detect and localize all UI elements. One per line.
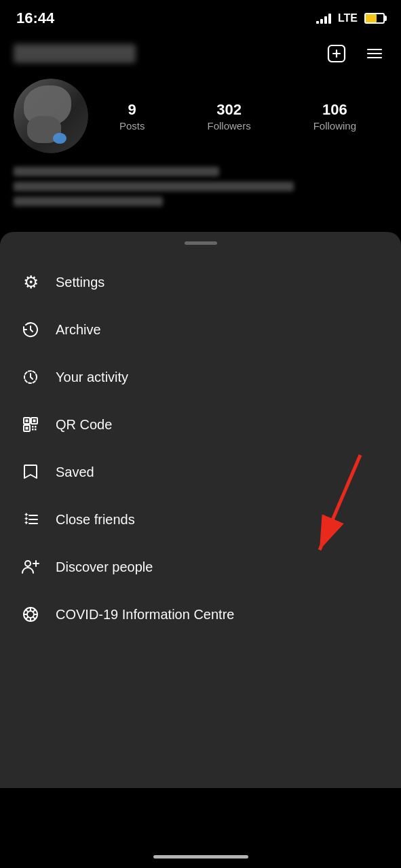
status-icons: LTE: [316, 12, 385, 24]
qr-icon: [19, 413, 42, 436]
followers-label: Followers: [207, 120, 250, 132]
menu-item-covid[interactable]: COVID-19 Information Centre: [0, 591, 401, 638]
posts-stat[interactable]: 9 Posts: [119, 101, 145, 132]
posts-count: 9: [128, 101, 136, 119]
menu-item-qr-code[interactable]: QR Code: [0, 401, 401, 448]
svg-rect-15: [32, 429, 34, 431]
add-post-button[interactable]: [324, 41, 349, 66]
bio-line-3: [14, 197, 163, 206]
sheet-handle: [185, 241, 217, 245]
stats-container: 9 Posts 302 Followers 106 Following: [88, 101, 387, 132]
hamburger-icon: [364, 43, 385, 64]
status-bar: 16:44 LTE: [0, 0, 401, 34]
svg-line-34: [26, 610, 28, 612]
bio-line-1: [14, 167, 219, 176]
svg-line-36: [33, 610, 35, 612]
svg-point-23: [25, 561, 31, 566]
discover-people-label: Discover people: [56, 559, 153, 575]
followers-count: 302: [216, 101, 242, 119]
your-activity-label: Your activity: [56, 370, 128, 385]
svg-rect-12: [26, 427, 28, 430]
home-indicator: [153, 855, 248, 859]
svg-line-37: [26, 617, 28, 619]
svg-rect-14: [35, 426, 37, 428]
followers-stat[interactable]: 302 Followers: [207, 101, 250, 132]
lte-label: LTE: [338, 12, 358, 24]
svg-rect-16: [35, 429, 37, 431]
signal-bars-icon: [316, 13, 331, 24]
bio-section: [14, 164, 387, 218]
settings-label: Settings: [56, 275, 104, 290]
archive-icon: [19, 318, 42, 341]
svg-rect-11: [33, 420, 36, 422]
menu-item-discover-people[interactable]: Discover people: [0, 543, 401, 591]
menu-item-close-friends[interactable]: ✦ ✦ ✦ Close friends: [0, 496, 401, 543]
discover-icon: [19, 555, 42, 578]
svg-line-35: [33, 617, 35, 619]
menu-item-archive[interactable]: Archive: [0, 306, 401, 353]
hamburger-menu-button[interactable]: [362, 41, 387, 66]
following-stat[interactable]: 106 Following: [313, 101, 356, 132]
battery-fill: [366, 14, 377, 22]
covid-icon: [19, 603, 42, 626]
following-label: Following: [313, 120, 356, 132]
username-blurred: [14, 44, 136, 63]
svg-rect-10: [26, 420, 28, 422]
avatar-placeholder: [14, 79, 88, 153]
menu-item-your-activity[interactable]: Your activity: [0, 353, 401, 401]
menu-item-saved[interactable]: Saved: [0, 448, 401, 496]
svg-text:✦: ✦: [24, 519, 29, 526]
settings-icon: ⚙: [19, 271, 42, 294]
archive-label: Archive: [56, 322, 101, 338]
saved-icon: [19, 460, 42, 484]
following-count: 106: [322, 101, 347, 119]
svg-rect-13: [32, 426, 34, 428]
saved-label: Saved: [56, 465, 94, 480]
profile-stats-row: 9 Posts 302 Followers 106 Following: [14, 79, 387, 153]
status-time: 16:44: [16, 9, 54, 27]
profile-top-row: [14, 41, 387, 66]
add-post-icon: [326, 43, 347, 64]
activity-icon: [19, 366, 42, 389]
profile-header: 9 Posts 302 Followers 106 Following: [0, 34, 401, 232]
bottom-sheet: ⚙ Settings Archive Your activity QR Code…: [0, 232, 401, 788]
posts-label: Posts: [119, 120, 145, 132]
bio-line-2: [14, 182, 294, 191]
avatar: [14, 79, 88, 153]
qr-code-label: QR Code: [56, 417, 112, 433]
profile-actions: [324, 41, 387, 66]
close-friends-icon: ✦ ✦ ✦: [19, 508, 42, 531]
close-friends-label: Close friends: [56, 512, 135, 528]
menu-item-settings[interactable]: ⚙ Settings: [0, 258, 401, 306]
covid-label: COVID-19 Information Centre: [56, 607, 234, 623]
battery-icon: [364, 13, 385, 24]
